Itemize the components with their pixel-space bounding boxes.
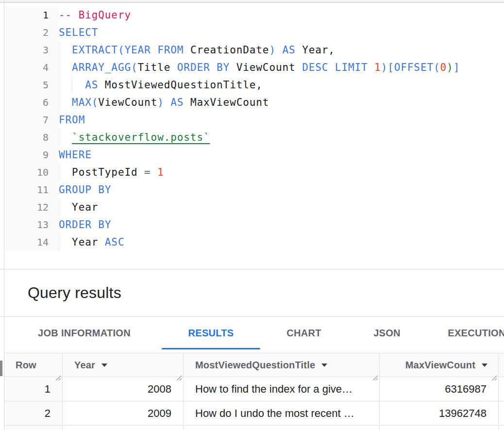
column-header-label: Row — [16, 360, 36, 371]
code-token: -- BigQuery — [59, 9, 131, 21]
indent-guide-line — [59, 59, 59, 76]
code-token: Year, — [302, 44, 335, 56]
line-number: 11 — [5, 181, 58, 198]
code-line[interactable]: Year ASC — [59, 233, 504, 251]
code-line[interactable]: ORDER BY — [59, 216, 504, 233]
resize-grip-icon — [490, 374, 497, 381]
code-line[interactable]: MAX(ViewCount) AS MaxViewCount — [59, 94, 504, 111]
code-token: ARRAY_AGG( — [72, 62, 137, 73]
code-token: DESC LIMIT — [302, 62, 374, 73]
resize-grip-icon — [175, 374, 182, 381]
column-resize-handle[interactable] — [54, 372, 61, 379]
code-token: Year — [72, 236, 105, 248]
sort-dropdown-icon[interactable] — [321, 364, 327, 367]
cell-filler — [499, 401, 504, 426]
code-token: ) — [447, 62, 454, 73]
code-token: ViewCount — [98, 97, 157, 108]
code-line[interactable]: -- BigQuery — [59, 6, 504, 24]
code-line[interactable]: FROM — [59, 111, 504, 129]
code-token — [59, 97, 72, 108]
line-number: 4 — [5, 59, 58, 76]
left-scrollbar-track[interactable] — [0, 353, 4, 429]
code-token — [59, 236, 72, 248]
code-token: ] — [454, 62, 460, 73]
sort-dropdown-icon[interactable] — [101, 364, 107, 367]
indent-guide-line — [59, 233, 59, 251]
line-number: 2 — [5, 24, 58, 41]
line-number: 9 — [5, 146, 58, 164]
tab-label: JOB INFORMATION — [38, 328, 131, 339]
tab-label: RESULTS — [188, 328, 234, 339]
column-header-label: MostViewedQuestionTitle — [195, 360, 315, 371]
column-header-year: Year — [63, 353, 184, 377]
results-grid: RowYearMostViewedQuestionTitleMaxViewCou… — [4, 353, 504, 430]
code-token: = — [144, 166, 157, 178]
code-token — [59, 62, 72, 73]
column-header-label: MaxViewCount — [405, 360, 475, 371]
code-line[interactable]: AS MostViewedQuestionTitle, — [59, 76, 504, 94]
line-number: 7 — [5, 111, 58, 129]
code-token: FROM — [59, 114, 85, 126]
tab-label: JSON — [373, 328, 401, 339]
resize-grip-icon — [54, 374, 61, 381]
code-token: ORDER BY — [59, 219, 111, 231]
sql-editor[interactable]: 1234567891011121314 -- BigQuerySELECT EX… — [0, 3, 504, 269]
cell-filler — [499, 377, 504, 401]
line-number: 6 — [5, 94, 58, 111]
code-token: 1 — [374, 62, 381, 73]
indent-guide-line — [59, 129, 59, 146]
tab-label: CHART — [286, 328, 321, 339]
code-area[interactable]: -- BigQuerySELECT EXTRACT(YEAR FROM Crea… — [58, 6, 504, 269]
code-token: ASC — [105, 236, 125, 248]
cell-year: 2008 — [63, 377, 184, 401]
line-number: 10 — [5, 164, 58, 181]
column-resize-handle[interactable] — [490, 372, 497, 379]
cell-maxviewcount: 13962748 — [380, 401, 499, 426]
cell-row: 1 — [4, 377, 63, 401]
code-line[interactable]: EXTRACT(YEAR FROM CreationDate) AS Year, — [59, 41, 504, 59]
code-line[interactable]: Year — [59, 198, 504, 216]
code-token: 1 — [157, 166, 164, 178]
code-token: ViewCount — [236, 62, 302, 73]
code-token: ORDER BY — [177, 62, 236, 73]
tab-results[interactable]: RESULTS — [162, 317, 260, 353]
tab-job-information[interactable]: JOB INFORMATION — [7, 317, 162, 353]
tab-label: EXECUTION DETAILS — [448, 328, 504, 339]
tab-bar: JOB INFORMATIONRESULTSCHARTJSONEXECUTION… — [0, 317, 504, 353]
active-tab-underline — [162, 348, 260, 349]
cell-row: 2 — [4, 401, 63, 426]
tab-execution-details[interactable]: EXECUTION DETAILS — [426, 317, 504, 353]
code-line[interactable]: ARRAY_AGG(Title ORDER BY ViewCount DESC … — [59, 59, 504, 76]
code-token — [59, 201, 72, 213]
indent-guide-line — [72, 76, 72, 94]
tab-chart[interactable]: CHART — [260, 317, 348, 353]
query-results-title: Query results — [28, 284, 121, 302]
code-line[interactable]: GROUP BY — [59, 181, 504, 198]
sort-dropdown-icon[interactable] — [482, 364, 487, 367]
code-token: EXTRACT(YEAR FROM — [72, 44, 190, 56]
line-number: 5 — [5, 76, 58, 94]
code-line[interactable]: SELECT — [59, 24, 504, 41]
code-token: Title — [138, 62, 177, 73]
code-line[interactable]: `stackoverflow.posts` — [59, 129, 504, 146]
cell-maxviewcount: 6316987 — [380, 377, 499, 401]
code-line[interactable]: PostTypeId = 1 — [59, 164, 504, 181]
column-resize-handle[interactable] — [175, 372, 182, 379]
cell-partial — [499, 426, 504, 430]
code-line[interactable]: WHERE — [59, 146, 504, 164]
code-token: ) AS — [157, 97, 190, 108]
code-token: CreationDate — [190, 44, 269, 56]
code-token: MaxViewCount — [190, 97, 269, 108]
tab-json[interactable]: JSON — [348, 317, 426, 353]
column-resize-handle[interactable] — [371, 372, 378, 379]
code-token: )[OFFSET( — [381, 62, 440, 73]
cell-mostviewedquestiontitle: How to find the index for a give… — [184, 377, 380, 401]
code-token: MAX( — [72, 97, 98, 108]
line-number: 14 — [5, 233, 58, 251]
left-scrollbar-thumb[interactable] — [0, 361, 2, 376]
cell-partial — [380, 426, 499, 430]
column-header-row: Row — [4, 353, 63, 377]
cell-partial — [4, 426, 63, 430]
column-header-maxviewcount: MaxViewCount — [380, 353, 499, 377]
line-number: 12 — [5, 198, 58, 216]
